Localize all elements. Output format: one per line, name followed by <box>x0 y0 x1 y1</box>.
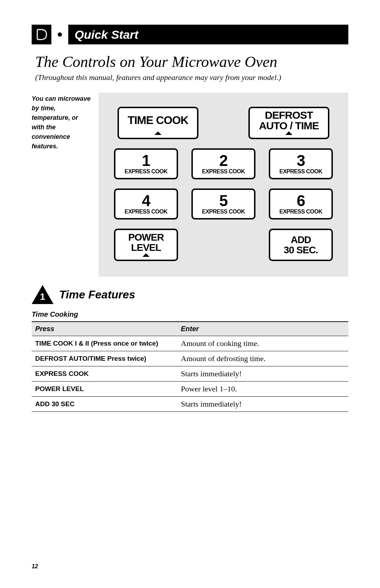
cell-press: DEFROST AUTO/TIME Press twice) <box>32 351 177 366</box>
table-row: EXPRESS COOK Starts immediately! <box>32 366 348 382</box>
keypad-sublabel: EXPRESS COOK <box>202 168 245 175</box>
keypad-6-button[interactable]: 6 EXPRESS COOK <box>269 188 333 219</box>
header-bar: Quick Start <box>32 25 348 44</box>
cell-press: POWER LEVEL <box>32 382 177 397</box>
keypad-2-button[interactable]: 2 EXPRESS COOK <box>191 148 255 179</box>
button-label-line2: LEVEL <box>131 242 161 253</box>
section-marker: 1 Time Features <box>32 285 348 304</box>
cell-press: TIME COOK I & II (Press once or twice) <box>32 336 177 351</box>
page-number: 12 <box>32 563 38 570</box>
keypad-3-button[interactable]: 3 EXPRESS COOK <box>269 148 333 179</box>
keypad-sublabel: EXPRESS COOK <box>202 209 245 215</box>
keypad-sublabel: EXPRESS COOK <box>279 168 322 175</box>
cell-enter: Power level 1–10. <box>177 382 348 397</box>
keypad-sublabel: EXPRESS COOK <box>279 209 322 215</box>
keypad-number: 4 <box>142 193 150 209</box>
spacer <box>191 229 255 261</box>
cell-press: EXPRESS COOK <box>32 366 177 382</box>
section-title: Time Features <box>59 288 135 301</box>
button-label-line1: DEFROST <box>265 110 313 120</box>
cell-enter: Starts immediately! <box>177 366 348 382</box>
time-features-table: Press Enter TIME COOK I & II (Press once… <box>32 321 348 412</box>
column-header-press: Press <box>32 322 177 336</box>
table-row: TIME COOK I & II (Press once or twice) A… <box>32 336 348 351</box>
table-row: ADD 30 SEC Starts immediately! <box>32 397 348 412</box>
keypad-sublabel: EXPRESS COOK <box>125 168 167 175</box>
table-subhead: Time Cooking <box>32 310 348 318</box>
button-label-line2: AUTO / TIME <box>259 120 319 131</box>
keypad-number: 6 <box>297 193 305 209</box>
button-label: TIME COOK <box>128 114 188 126</box>
dot-icon <box>58 32 62 37</box>
keypad-sublabel: EXPRESS COOK <box>125 209 167 215</box>
button-label-line1: POWER <box>128 232 164 242</box>
table-row: DEFROST AUTO/TIME Press twice) Amount of… <box>32 351 348 366</box>
page-section-title: Quick Start <box>68 25 348 44</box>
page-title: The Controls on Your Microwave Oven <box>35 53 348 71</box>
content-row: You can microwave by time, temperature, … <box>32 93 348 277</box>
button-label-line1: ADD <box>291 235 311 245</box>
side-note: You can microwave by time, temperature, … <box>32 93 91 151</box>
control-panel: TIME COOK DEFROST AUTO / TIME 1 EXPRESS … <box>99 93 348 277</box>
section-number-triangle-icon: 1 <box>32 285 53 304</box>
microwave-door-icon <box>32 25 51 44</box>
power-level-button[interactable]: POWER LEVEL <box>114 229 178 261</box>
defrost-button[interactable]: DEFROST AUTO / TIME <box>248 107 329 139</box>
page-subtitle: (Throughout this manual, features and ap… <box>35 73 348 82</box>
keypad-number: 1 <box>142 153 150 168</box>
cell-enter: Amount of defrosting time. <box>177 351 348 366</box>
keypad-1-button[interactable]: 1 EXPRESS COOK <box>114 148 178 179</box>
cell-press: ADD 30 SEC <box>32 397 177 412</box>
keypad-5-button[interactable]: 5 EXPRESS COOK <box>191 188 255 219</box>
keypad-number: 3 <box>297 153 305 168</box>
table-row: POWER LEVEL Power level 1–10. <box>32 382 348 397</box>
time-cook-button[interactable]: TIME COOK <box>118 107 198 139</box>
section-number: 1 <box>32 291 53 302</box>
add-30-sec-button[interactable]: ADD 30 SEC. <box>269 229 333 261</box>
cell-enter: Amount of cooking time. <box>177 336 348 351</box>
keypad-4-button[interactable]: 4 EXPRESS COOK <box>114 188 178 219</box>
cell-enter: Starts immediately! <box>177 397 348 412</box>
keypad-number: 5 <box>219 193 227 209</box>
column-header-enter: Enter <box>177 322 348 336</box>
keypad-number: 2 <box>219 153 227 168</box>
button-label-line2: 30 SEC. <box>284 245 318 255</box>
